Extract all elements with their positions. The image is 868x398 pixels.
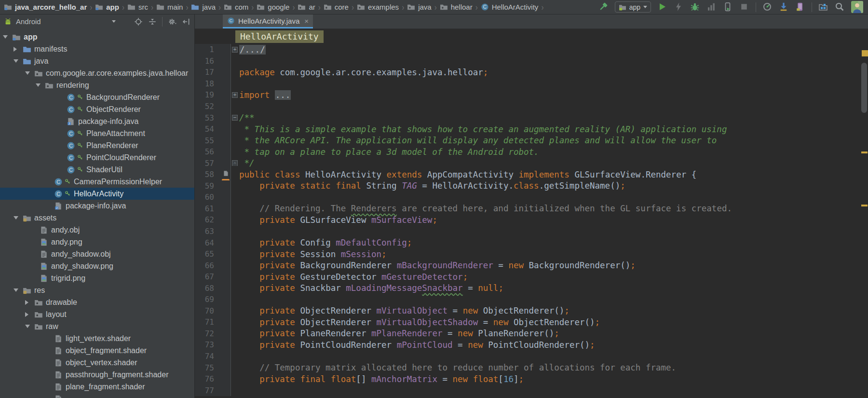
code-line-61[interactable]: 61 // Rendering. The Renderers are creat… xyxy=(195,203,868,215)
collapse-arrow-icon[interactable] xyxy=(14,216,23,220)
code-line-75[interactable]: 75 // Temporary matrix allocated here to… xyxy=(195,362,868,373)
tree-item-res[interactable]: res xyxy=(0,284,194,296)
tree-item-object-fragment-shader[interactable]: object_fragment.shader xyxy=(0,344,194,357)
code-line-16[interactable]: 16 xyxy=(195,55,868,67)
code-line-76[interactable]: 76 private final float[] mAnchorMatrix =… xyxy=(195,373,868,385)
debug-button[interactable] xyxy=(690,2,700,12)
tree-item-passthrough-fragment-shader[interactable]: passthrough_fragment.shader xyxy=(0,369,194,381)
tree-item-pointcloudrenderer[interactable]: CPointCloudRenderer xyxy=(0,151,194,164)
expand-arrow-icon[interactable] xyxy=(25,312,34,317)
code-line-60[interactable]: 60 xyxy=(195,192,868,203)
tree-item-java[interactable]: java xyxy=(0,55,194,67)
code-line-72[interactable]: 72 private PlaneRenderer mPlaneRenderer … xyxy=(195,328,868,340)
tree-item-shaderutil[interactable]: CShaderUtil xyxy=(0,164,194,176)
tree-item-item[interactable] xyxy=(0,393,194,398)
breadcrumb-item-google[interactable]: google xyxy=(257,3,289,11)
tree-item-objectrenderer[interactable]: CObjectRenderer xyxy=(0,103,194,115)
breadcrumb-item-helloar[interactable]: helloar xyxy=(440,3,473,11)
stop-button[interactable] xyxy=(739,2,749,12)
fold-end-icon[interactable]: ˄ xyxy=(232,160,238,166)
tree-item-manifests[interactable]: manifests xyxy=(0,43,194,55)
avd-manager-button[interactable] xyxy=(795,2,805,12)
code-viewport[interactable]: 1+/.../1617package com.google.ar.core.ex… xyxy=(195,44,868,398)
profile-button[interactable] xyxy=(706,2,717,12)
code-line-59[interactable]: 59 private static final String TAG = Hel… xyxy=(195,180,868,192)
build-hammer-button[interactable] xyxy=(598,2,609,12)
code-line-62[interactable]: 62 private GLSurfaceView mSurfaceView; xyxy=(195,214,868,226)
breadcrumb-item-main[interactable]: main xyxy=(156,3,183,11)
scrollbar-thumb[interactable] xyxy=(861,63,867,113)
breadcrumb-item-java-arcore-hello-ar[interactable]: java_arcore_hello_ar xyxy=(4,3,87,11)
related-file-icon[interactable] xyxy=(223,169,229,178)
locate-target-icon[interactable] xyxy=(134,17,143,26)
collapse-arrow-icon[interactable] xyxy=(25,71,34,75)
code-line-55[interactable]: 55 * the ARCore API. The application wil… xyxy=(195,135,868,146)
code-line-63[interactable]: 63 xyxy=(195,226,868,237)
expand-fold-icon[interactable]: + xyxy=(232,92,238,98)
collapse-arrow-icon[interactable] xyxy=(25,325,34,328)
tree-item-assets[interactable]: assets xyxy=(0,212,194,224)
code-line-77[interactable]: 77 xyxy=(195,384,868,396)
breadcrumb-item-core[interactable]: core xyxy=(324,3,349,11)
code-line-1[interactable]: 1+/.../ xyxy=(195,44,868,55)
warning-stripe-mark[interactable] xyxy=(861,205,868,206)
code-line-70[interactable]: 70 private ObjectRenderer mVirtualObject… xyxy=(195,305,868,317)
breadcrumb-item-java[interactable]: java xyxy=(191,3,216,11)
hide-panel-icon[interactable] xyxy=(182,17,190,26)
code-line-56[interactable]: 56 * tap on a plane to place a 3d model … xyxy=(195,146,868,158)
collapse-fold-icon[interactable]: − xyxy=(232,115,238,121)
tree-item-andy-obj[interactable]: andy.obj xyxy=(0,224,194,236)
user-avatar-button[interactable] xyxy=(851,1,863,13)
code-line-65[interactable]: 65 private Session mSession; xyxy=(195,248,868,260)
code-line-68[interactable]: 68 private Snackbar mLoadingMessageSnack… xyxy=(195,282,868,294)
code-line-58[interactable]: 58<>public class HelloArActivity extends… xyxy=(195,169,868,180)
breadcrumb-item-src[interactable]: src xyxy=(127,3,148,11)
inspection-indicator[interactable] xyxy=(862,50,868,56)
tree-item-package-info-java[interactable]: Jpackage-info.java xyxy=(0,200,194,212)
code-line-52[interactable]: 52 xyxy=(195,101,868,112)
tab-helloaractivity-java[interactable]: C HelloArActivity.java × xyxy=(223,14,313,28)
collapse-arrow-icon[interactable] xyxy=(36,83,45,87)
tree-item-andy-shadow-obj[interactable]: andy_shadow.obj xyxy=(0,248,194,260)
breadcrumb-item-helloaractivity[interactable]: CHelloArActivity xyxy=(481,3,539,11)
close-icon[interactable]: × xyxy=(304,17,309,25)
code-line-73[interactable]: 73 private PointCloudRenderer mPointClou… xyxy=(195,339,868,351)
code-line-66[interactable]: 66 private BackgroundRenderer mBackgroun… xyxy=(195,260,868,271)
code-line-71[interactable]: 71 private ObjectRenderer mVirtualObject… xyxy=(195,316,868,328)
breadcrumb-item-app[interactable]: app xyxy=(95,3,119,11)
expand-fold-icon[interactable]: + xyxy=(232,47,238,53)
tree-item-drawable[interactable]: drawable xyxy=(0,296,194,308)
sdk-manager-button[interactable] xyxy=(779,2,789,12)
breadcrumb-item-com[interactable]: com xyxy=(224,3,248,11)
tree-item-object-vertex-shader[interactable]: object_vertex.shader xyxy=(0,357,194,369)
code-line-64[interactable]: 64 private Config mDefaultConfig; xyxy=(195,237,868,248)
code-line-74[interactable]: 74 xyxy=(195,351,868,362)
code-line-17[interactable]: 17package com.google.ar.core.examples.ja… xyxy=(195,67,868,78)
tree-item-planeattachment[interactable]: CPlaneAttachment xyxy=(0,127,194,139)
project-view-selector[interactable]: Android xyxy=(16,17,41,26)
tree-item-planerenderer[interactable]: CPlaneRenderer xyxy=(0,139,194,151)
tree-item-rendering[interactable]: rendering xyxy=(0,79,194,91)
collapse-arrow-icon[interactable] xyxy=(14,288,23,292)
code-line-57[interactable]: 57˄ */ xyxy=(195,157,868,169)
warning-stripe-mark[interactable] xyxy=(861,151,868,153)
tree-item-backgroundrenderer[interactable]: CBackgroundRenderer xyxy=(0,91,194,103)
breadcrumb-item-java[interactable]: java xyxy=(407,3,432,11)
tree-item-app[interactable]: app xyxy=(0,31,194,43)
tree-item-layout[interactable]: layout xyxy=(0,308,194,320)
code-line-19[interactable]: 19+import ... xyxy=(195,89,868,101)
code-line-53[interactable]: 53−/** xyxy=(195,112,868,124)
tree-item-plane-fragment-shader[interactable]: plane_fragment.shader xyxy=(0,381,194,393)
collapse-arrow-icon[interactable] xyxy=(3,35,12,39)
breadcrumb-class-chip[interactable]: HelloArActivity xyxy=(235,30,324,43)
tree-item-trigrid-png[interactable]: trigrid.png xyxy=(0,272,194,284)
search-everywhere-button[interactable] xyxy=(835,2,845,12)
tree-item-camerapermissionhelper[interactable]: CCameraPermissionHelper xyxy=(0,176,194,188)
project-structure-button[interactable] xyxy=(818,2,828,12)
code-line-69[interactable]: 69 xyxy=(195,294,868,305)
tree-item-andy-png[interactable]: andy.png xyxy=(0,236,194,248)
code-line-67[interactable]: 67 private GestureDetector mGestureDetec… xyxy=(195,271,868,283)
code-line-54[interactable]: 54 * This is a simple example that shows… xyxy=(195,124,868,135)
run-button[interactable] xyxy=(657,2,667,12)
code-line-18[interactable]: 18 xyxy=(195,78,868,90)
